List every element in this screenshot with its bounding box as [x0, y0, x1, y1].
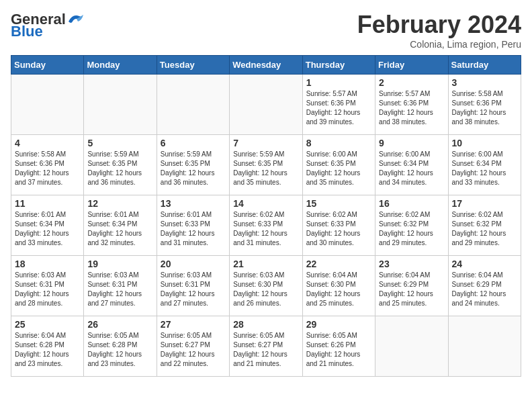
calendar-cell: 27Sunrise: 6:05 AM Sunset: 6:27 PM Dayli…	[157, 316, 229, 377]
day-number: 11	[15, 198, 80, 209]
day-info: Sunrise: 6:05 AM Sunset: 6:28 PM Dayligh…	[87, 331, 152, 369]
calendar-week-5: 25Sunrise: 6:04 AM Sunset: 6:28 PM Dayli…	[11, 316, 521, 377]
day-info: Sunrise: 6:02 AM Sunset: 6:33 PM Dayligh…	[306, 210, 371, 248]
day-header-saturday: Saturday	[448, 56, 521, 75]
day-number: 14	[233, 198, 298, 209]
logo-bird-icon	[66, 12, 85, 27]
day-info: Sunrise: 6:00 AM Sunset: 6:35 PM Dayligh…	[306, 150, 371, 187]
day-number: 2	[379, 77, 444, 88]
month-year-title: February 2024	[357, 11, 521, 39]
day-number: 29	[306, 319, 371, 330]
day-number: 9	[379, 138, 444, 148]
day-info: Sunrise: 5:58 AM Sunset: 6:36 PM Dayligh…	[15, 150, 80, 187]
calendar-cell	[375, 316, 448, 377]
day-number: 13	[161, 198, 226, 209]
calendar-cell	[157, 75, 229, 135]
logo: General Blue	[11, 11, 85, 40]
day-info: Sunrise: 6:02 AM Sunset: 6:32 PM Dayligh…	[452, 210, 517, 248]
calendar-cell: 26Sunrise: 6:05 AM Sunset: 6:28 PM Dayli…	[84, 316, 157, 377]
day-number: 22	[306, 259, 371, 269]
day-info: Sunrise: 6:05 AM Sunset: 6:27 PM Dayligh…	[233, 331, 298, 369]
calendar-week-1: 1Sunrise: 5:57 AM Sunset: 6:36 PM Daylig…	[11, 75, 521, 135]
calendar-cell: 25Sunrise: 6:04 AM Sunset: 6:28 PM Dayli…	[11, 316, 84, 377]
day-number: 20	[161, 259, 226, 269]
day-number: 7	[233, 138, 298, 148]
day-info: Sunrise: 6:05 AM Sunset: 6:26 PM Dayligh…	[306, 331, 371, 369]
day-info: Sunrise: 5:59 AM Sunset: 6:35 PM Dayligh…	[161, 150, 226, 187]
calendar-cell: 6Sunrise: 5:59 AM Sunset: 6:35 PM Daylig…	[157, 135, 229, 195]
calendar-cell: 24Sunrise: 6:04 AM Sunset: 6:29 PM Dayli…	[448, 256, 521, 316]
day-number: 3	[452, 77, 517, 88]
day-number: 1	[306, 77, 371, 88]
day-number: 16	[379, 198, 444, 209]
day-info: Sunrise: 5:59 AM Sunset: 6:35 PM Dayligh…	[87, 150, 152, 187]
title-area: February 2024 Colonia, Lima region, Peru	[357, 11, 521, 50]
day-number: 27	[161, 319, 226, 330]
calendar-cell: 20Sunrise: 6:03 AM Sunset: 6:31 PM Dayli…	[157, 256, 229, 316]
calendar-week-3: 11Sunrise: 6:01 AM Sunset: 6:34 PM Dayli…	[11, 195, 521, 256]
day-number: 25	[15, 319, 80, 330]
day-info: Sunrise: 6:01 AM Sunset: 6:34 PM Dayligh…	[87, 210, 152, 248]
day-info: Sunrise: 6:03 AM Sunset: 6:31 PM Dayligh…	[15, 271, 80, 308]
day-info: Sunrise: 6:01 AM Sunset: 6:34 PM Dayligh…	[15, 210, 80, 248]
calendar-cell: 4Sunrise: 5:58 AM Sunset: 6:36 PM Daylig…	[11, 135, 84, 195]
day-number: 18	[15, 259, 80, 269]
day-number: 23	[379, 259, 444, 269]
calendar-cell: 21Sunrise: 6:03 AM Sunset: 6:30 PM Dayli…	[230, 256, 302, 316]
day-number: 4	[15, 138, 80, 148]
calendar-cell: 14Sunrise: 6:02 AM Sunset: 6:33 PM Dayli…	[230, 195, 302, 256]
day-header-monday: Monday	[84, 56, 157, 75]
calendar-week-4: 18Sunrise: 6:03 AM Sunset: 6:31 PM Dayli…	[11, 256, 521, 316]
day-number: 5	[87, 138, 152, 148]
day-header-wednesday: Wednesday	[230, 56, 302, 75]
day-info: Sunrise: 6:03 AM Sunset: 6:30 PM Dayligh…	[233, 271, 298, 308]
calendar-cell	[230, 75, 302, 135]
day-header-friday: Friday	[375, 56, 448, 75]
calendar-cell: 16Sunrise: 6:02 AM Sunset: 6:32 PM Dayli…	[375, 195, 448, 256]
day-header-tuesday: Tuesday	[157, 56, 229, 75]
location-subtitle: Colonia, Lima region, Peru	[357, 39, 521, 50]
calendar-cell: 3Sunrise: 5:58 AM Sunset: 6:36 PM Daylig…	[448, 75, 521, 135]
day-number: 26	[87, 319, 152, 330]
calendar-cell: 12Sunrise: 6:01 AM Sunset: 6:34 PM Dayli…	[84, 195, 157, 256]
calendar-cell: 2Sunrise: 5:57 AM Sunset: 6:36 PM Daylig…	[375, 75, 448, 135]
calendar-cell: 13Sunrise: 6:01 AM Sunset: 6:33 PM Dayli…	[157, 195, 229, 256]
day-number: 17	[452, 198, 517, 209]
day-number: 6	[161, 138, 226, 148]
logo-blue: Blue	[11, 23, 43, 40]
day-info: Sunrise: 6:04 AM Sunset: 6:29 PM Dayligh…	[379, 271, 444, 308]
calendar-cell: 5Sunrise: 5:59 AM Sunset: 6:35 PM Daylig…	[84, 135, 157, 195]
calendar-cell: 15Sunrise: 6:02 AM Sunset: 6:33 PM Dayli…	[302, 195, 375, 256]
day-info: Sunrise: 5:57 AM Sunset: 6:36 PM Dayligh…	[379, 89, 444, 127]
day-header-thursday: Thursday	[302, 56, 375, 75]
day-number: 24	[452, 259, 517, 269]
day-info: Sunrise: 6:03 AM Sunset: 6:31 PM Dayligh…	[161, 271, 226, 308]
day-header-sunday: Sunday	[11, 56, 84, 75]
calendar-cell: 9Sunrise: 6:00 AM Sunset: 6:34 PM Daylig…	[375, 135, 448, 195]
day-info: Sunrise: 6:04 AM Sunset: 6:28 PM Dayligh…	[15, 331, 80, 369]
day-info: Sunrise: 6:02 AM Sunset: 6:32 PM Dayligh…	[379, 210, 444, 248]
day-number: 28	[233, 319, 298, 330]
calendar-cell: 28Sunrise: 6:05 AM Sunset: 6:27 PM Dayli…	[230, 316, 302, 377]
calendar-table: SundayMondayTuesdayWednesdayThursdayFrid…	[11, 55, 521, 377]
day-info: Sunrise: 6:05 AM Sunset: 6:27 PM Dayligh…	[161, 331, 226, 369]
day-number: 12	[87, 198, 152, 209]
day-info: Sunrise: 6:04 AM Sunset: 6:29 PM Dayligh…	[452, 271, 517, 308]
calendar-cell: 22Sunrise: 6:04 AM Sunset: 6:30 PM Dayli…	[302, 256, 375, 316]
day-number: 19	[87, 259, 152, 269]
day-info: Sunrise: 6:03 AM Sunset: 6:31 PM Dayligh…	[87, 271, 152, 308]
day-info: Sunrise: 5:58 AM Sunset: 6:36 PM Dayligh…	[452, 89, 517, 127]
calendar-cell: 11Sunrise: 6:01 AM Sunset: 6:34 PM Dayli…	[11, 195, 84, 256]
day-info: Sunrise: 6:04 AM Sunset: 6:30 PM Dayligh…	[306, 271, 371, 308]
day-info: Sunrise: 5:59 AM Sunset: 6:35 PM Dayligh…	[233, 150, 298, 187]
calendar-cell: 8Sunrise: 6:00 AM Sunset: 6:35 PM Daylig…	[302, 135, 375, 195]
calendar-cell: 17Sunrise: 6:02 AM Sunset: 6:32 PM Dayli…	[448, 195, 521, 256]
calendar-cell: 7Sunrise: 5:59 AM Sunset: 6:35 PM Daylig…	[230, 135, 302, 195]
calendar-cell: 1Sunrise: 5:57 AM Sunset: 6:36 PM Daylig…	[302, 75, 375, 135]
day-number: 10	[452, 138, 517, 148]
day-number: 15	[306, 198, 371, 209]
calendar-cell: 19Sunrise: 6:03 AM Sunset: 6:31 PM Dayli…	[84, 256, 157, 316]
calendar-cell: 10Sunrise: 6:00 AM Sunset: 6:34 PM Dayli…	[448, 135, 521, 195]
day-info: Sunrise: 5:57 AM Sunset: 6:36 PM Dayligh…	[306, 89, 371, 127]
calendar-cell	[11, 75, 84, 135]
